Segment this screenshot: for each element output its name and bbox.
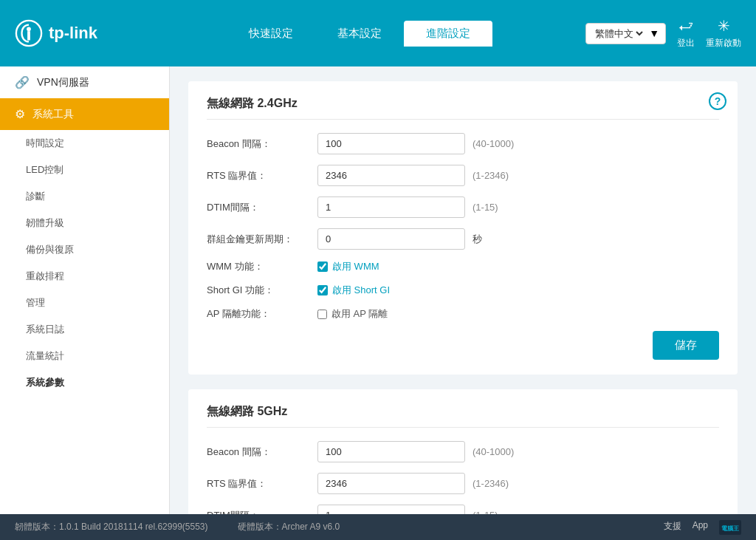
wmm-checkbox-2-4[interactable] (317, 262, 328, 272)
layout: 🔗 VPN伺服器 ⚙ 系統工具 時間設定 LED控制 診斷 韌體升級 備份與復原… (0, 66, 756, 514)
group-key-unit-2-4: 秒 (472, 233, 482, 246)
beacon-label-5: Beacon 間隔： (207, 445, 317, 459)
firmware-version: 韌體版本：1.0.1 Build 20181114 rel.62999(5553… (15, 521, 208, 533)
hardware-version: 硬體版本：Archer A9 v6.0 (238, 521, 340, 533)
sidebar-item-system-tools[interactable]: ⚙ 系統工具 (0, 98, 169, 130)
beacon-row-5: Beacon 間隔： (40-1000) (207, 441, 719, 462)
wmm-checkbox-text: 啟用 WMM (332, 260, 379, 273)
restart-button[interactable]: ✳ 重新啟動 (706, 17, 741, 49)
ap-field-label-2-4: AP 隔離功能： (207, 307, 317, 321)
header-right: 繁體中文 English 简体中文 ▼ ⮐ 登出 ✳ 重新啟動 (585, 17, 741, 49)
sidebar-sub-schedule[interactable]: 重啟排程 (0, 263, 169, 290)
group-key-input-2-4[interactable] (317, 228, 465, 250)
section-2-4ghz: 無線網路 2.4GHz ? Beacon 間隔： (40-1000) RTS 臨… (188, 81, 738, 375)
sidebar-sub-sysparams[interactable]: 系統參數 (0, 369, 169, 396)
wmm-field-label-2-4: WMM 功能： (207, 260, 317, 273)
footer-logo: 電腦王 (719, 520, 741, 535)
shortgi-row-2-4: Short GI 功能： 啟用 Short GI (207, 284, 719, 297)
logout-icon: ⮐ (678, 18, 693, 35)
language-select[interactable]: 繁體中文 English 简体中文 (592, 27, 645, 40)
wmm-row-2-4: WMM 功能： 啟用 WMM (207, 260, 719, 273)
sidebar-sub-time[interactable]: 時間設定 (0, 130, 169, 157)
logout-button[interactable]: ⮐ 登出 (677, 18, 695, 49)
logout-label: 登出 (677, 37, 695, 49)
ap-row-2-4: AP 隔離功能： 啟用 AP 隔離 (207, 307, 719, 321)
shortgi-field-label-2-4: Short GI 功能： (207, 284, 317, 297)
app-label[interactable]: App (693, 520, 708, 535)
sidebar-sub-traffic[interactable]: 流量統計 (0, 343, 169, 369)
nav-quick-setup[interactable]: 快速設定 (227, 21, 315, 47)
rts-input-2-4[interactable] (317, 165, 465, 186)
dtim-row-2-4: DTIM間隔： (1-15) (207, 196, 719, 218)
sidebar-sub-syslog[interactable]: 系統日誌 (0, 316, 169, 343)
rts-hint-5: (1-2346) (472, 478, 509, 489)
dtim-row-5: DTIM間隔： (1-15) (207, 505, 719, 514)
restart-label: 重新啟動 (706, 37, 741, 49)
chevron-down-icon: ▼ (649, 27, 659, 39)
beacon-hint-2-4: (40-1000) (472, 138, 514, 149)
rts-row-2-4: RTS 臨界值： (1-2346) (207, 165, 719, 186)
language-selector[interactable]: 繁體中文 English 简体中文 ▼ (585, 23, 666, 44)
nav-advanced-setup[interactable]: 進階設定 (404, 21, 492, 47)
help-button[interactable]: ? (709, 92, 726, 110)
shortgi-checkbox-2-4[interactable] (317, 285, 328, 295)
sidebar-sub-backup[interactable]: 備份與復原 (0, 236, 169, 263)
dtim-label-2-4: DTIM間隔： (207, 201, 317, 214)
support-label[interactable]: 支援 (664, 520, 681, 535)
ap-checkbox-text: 啟用 AP 隔離 (331, 307, 388, 321)
nav-basic-setup[interactable]: 基本設定 (315, 21, 404, 47)
ap-checkbox-2-4[interactable] (317, 310, 327, 319)
sidebar-item-vpn[interactable]: 🔗 VPN伺服器 (0, 66, 169, 98)
svg-point-1 (27, 27, 31, 31)
beacon-label-2-4: Beacon 間隔： (207, 137, 317, 151)
rts-input-5[interactable] (317, 473, 465, 494)
shortgi-checkbox-text: 啟用 Short GI (332, 284, 390, 297)
sidebar-vpn-label: VPN伺服器 (37, 76, 89, 89)
group-key-row-2-4: 群組金鑰更新周期： 秒 (207, 228, 719, 250)
rts-row-5: RTS 臨界值： (1-2346) (207, 473, 719, 494)
logo-text: tp-link (49, 24, 97, 43)
beacon-row-2-4: Beacon 間隔： (40-1000) (207, 133, 719, 154)
header: tp-link 快速設定 基本設定 進階設定 繁體中文 English 简体中文… (0, 0, 756, 66)
shortgi-checkbox-label[interactable]: 啟用 Short GI (317, 284, 390, 297)
section-5ghz: 無線網路 5GHz Beacon 間隔： (40-1000) RTS 臨界值： … (188, 389, 738, 514)
sidebar-system-tools-label: 系統工具 (32, 108, 74, 121)
dtim-label-5: DTIM間隔： (207, 509, 317, 515)
ap-checkbox-label[interactable]: 啟用 AP 隔離 (317, 307, 388, 321)
dtim-hint-2-4: (1-15) (472, 202, 498, 213)
footer-right: 支援 App 電腦王 (664, 520, 741, 535)
wmm-checkbox-label[interactable]: 啟用 WMM (317, 260, 379, 273)
restart-icon: ✳ (718, 17, 730, 35)
sidebar-sub-led[interactable]: LED控制 (0, 157, 169, 183)
save-button-2-4[interactable]: 儲存 (653, 331, 719, 360)
svg-text:電腦王: 電腦王 (721, 525, 739, 532)
dtim-input-5[interactable] (317, 505, 465, 514)
group-key-label-2-4: 群組金鑰更新周期： (207, 233, 317, 246)
main-nav: 快速設定 基本設定 進階設定 (155, 21, 563, 47)
beacon-input-5[interactable] (317, 441, 465, 462)
sidebar-sub-manage[interactable]: 管理 (0, 290, 169, 316)
vpn-icon: 🔗 (15, 75, 30, 89)
dtim-input-2-4[interactable] (317, 196, 465, 218)
save-row-2-4: 儲存 (207, 331, 719, 360)
sidebar: 🔗 VPN伺服器 ⚙ 系統工具 時間設定 LED控制 診斷 韌體升級 備份與復原… (0, 66, 170, 514)
sidebar-sub-diagnose[interactable]: 診斷 (0, 183, 169, 210)
main-content: 無線網路 2.4GHz ? Beacon 間隔： (40-1000) RTS 臨… (170, 66, 756, 514)
beacon-input-2-4[interactable] (317, 133, 465, 154)
section-2-4ghz-title: 無線網路 2.4GHz (207, 96, 719, 120)
rts-label-5: RTS 臨界值： (207, 477, 317, 491)
tp-link-logo-icon (15, 19, 43, 47)
section-5ghz-title: 無線網路 5GHz (207, 404, 719, 428)
beacon-hint-5: (40-1000) (472, 446, 514, 457)
dtim-hint-5: (1-15) (472, 510, 498, 514)
footer-brand-icon: 電腦王 (719, 520, 741, 535)
rts-hint-2-4: (1-2346) (472, 170, 509, 181)
footer: 韌體版本：1.0.1 Build 20181114 rel.62999(5553… (0, 514, 756, 540)
logo: tp-link (15, 19, 133, 47)
sidebar-sub-firmware[interactable]: 韌體升級 (0, 210, 169, 236)
system-tools-icon: ⚙ (15, 107, 25, 121)
rts-label-2-4: RTS 臨界值： (207, 169, 317, 182)
